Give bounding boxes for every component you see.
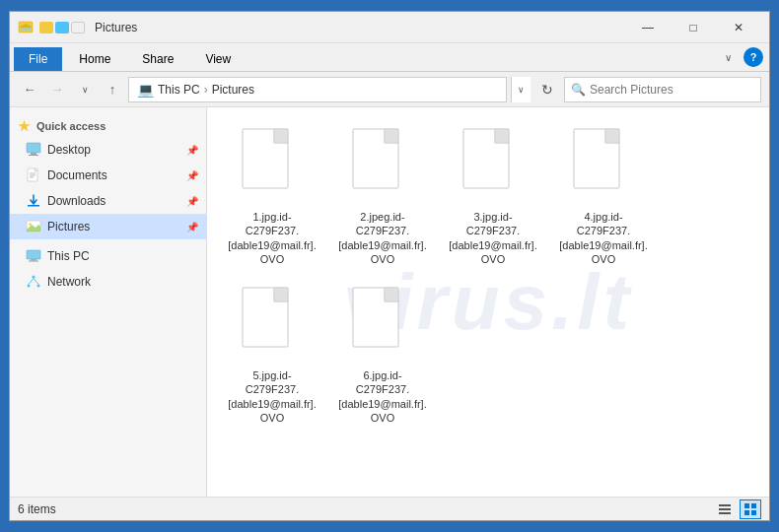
sidebar-item-this-pc[interactable]: This PC <box>10 243 206 269</box>
svg-rect-15 <box>27 250 40 259</box>
file-icon <box>348 286 417 365</box>
qa-icon-2[interactable] <box>55 22 69 33</box>
search-box[interactable]: 🔍 <box>564 77 761 102</box>
downloads-icon <box>26 193 41 209</box>
sidebar-item-network[interactable]: Network <box>10 269 206 295</box>
up-button[interactable]: ↑ <box>101 78 124 101</box>
file-name: 5.jpg.id-C279F237.[dable19@mail.fr].OVO <box>227 368 318 425</box>
ribbon-right-controls: ∨ ? <box>716 45 769 69</box>
sidebar-label-desktop: Desktop <box>47 143 91 157</box>
svg-rect-37 <box>274 288 288 301</box>
svg-rect-47 <box>751 510 756 515</box>
tab-share[interactable]: Share <box>127 47 188 71</box>
files-grid: 1.jpg.id-C279F237.[dable19@mail.fr].OVO … <box>223 123 753 429</box>
documents-icon <box>26 167 41 183</box>
ribbon-chevron[interactable]: ∨ <box>716 45 740 69</box>
search-input[interactable] <box>590 83 754 97</box>
svg-rect-45 <box>751 503 756 508</box>
file-name: 3.jpg.id-C279F237.[dable19@mail.fr].OVO <box>448 210 538 266</box>
file-item[interactable]: 4.jpg.id-C279F237.[dable19@mail.fr].OVO <box>554 123 653 270</box>
help-button[interactable]: ? <box>744 47 763 67</box>
svg-rect-25 <box>274 129 288 143</box>
file-icon <box>459 127 528 206</box>
sidebar-label-documents: Documents <box>47 168 107 182</box>
path-dropdown-button[interactable]: ∨ <box>511 77 531 102</box>
tab-file[interactable]: File <box>14 47 62 71</box>
network-icon <box>26 274 41 290</box>
title-bar: Pictures — □ ✕ <box>10 12 769 43</box>
svg-point-13 <box>29 223 31 225</box>
sidebar-label-this-pc: This PC <box>47 249 90 263</box>
title-bar-left: Pictures <box>18 20 625 35</box>
svg-line-21 <box>29 279 34 285</box>
sidebar-item-downloads[interactable]: Downloads 📌 <box>10 188 206 214</box>
maximize-button[interactable]: □ <box>671 12 716 43</box>
sidebar-item-documents[interactable]: Documents 📌 <box>10 163 206 188</box>
svg-point-18 <box>33 276 35 279</box>
file-icon <box>238 286 307 365</box>
quick-access-star-icon: ★ <box>18 118 31 134</box>
dropdown-recent-button[interactable]: ∨ <box>73 78 97 101</box>
window-title: Pictures <box>95 21 137 34</box>
main-area: ★ Quick access Desktop 📌 <box>10 107 769 497</box>
file-item[interactable]: 6.jpg.id-C279F237.[dable19@mail.fr].OVO <box>333 282 432 429</box>
address-bar: ← → ∨ ↑ 💻 This PC › Pictures ∨ ↻ 🔍 <box>10 72 769 107</box>
address-path[interactable]: 💻 This PC › Pictures <box>128 77 507 102</box>
file-icon <box>238 127 307 206</box>
back-button[interactable]: ← <box>18 78 41 101</box>
svg-rect-16 <box>31 259 36 261</box>
file-icon <box>348 127 417 206</box>
file-area: virus.lt 1.jpg.id-C279F237.[dable19@mail… <box>207 107 769 497</box>
file-item[interactable]: 3.jpg.id-C279F237.[dable19@mail.fr].OVO <box>444 123 542 270</box>
svg-rect-17 <box>29 261 38 262</box>
desktop-icon <box>26 142 41 158</box>
pin-icon-pictures: 📌 <box>186 222 198 233</box>
svg-point-20 <box>37 285 40 288</box>
window-icon <box>18 20 34 35</box>
sidebar-label-network: Network <box>47 275 91 289</box>
explorer-window: Pictures — □ ✕ File Home Share View ∨ ? … <box>9 11 770 521</box>
tab-home[interactable]: Home <box>64 47 125 71</box>
svg-rect-41 <box>719 504 731 506</box>
svg-rect-11 <box>28 205 39 207</box>
qa-icon-1[interactable] <box>39 22 53 33</box>
svg-rect-3 <box>27 143 40 153</box>
sidebar-label-pictures: Pictures <box>47 220 90 233</box>
qa-icon-3[interactable] <box>71 22 85 33</box>
tab-view[interactable]: View <box>190 47 246 71</box>
window-controls: — □ ✕ <box>625 12 761 43</box>
svg-rect-44 <box>744 503 749 508</box>
file-item[interactable]: 1.jpg.id-C279F237.[dable19@mail.fr].OVO <box>223 123 321 270</box>
sidebar: ★ Quick access Desktop 📌 <box>10 107 207 497</box>
pin-icon-desktop: 📌 <box>186 145 198 156</box>
refresh-button[interactable]: ↻ <box>534 77 560 102</box>
pin-icon-documents: 📌 <box>186 170 198 181</box>
pin-icon-downloads: 📌 <box>186 196 198 207</box>
sidebar-item-desktop[interactable]: Desktop 📌 <box>10 137 206 163</box>
svg-rect-43 <box>719 512 731 514</box>
sidebar-item-pictures[interactable]: Pictures 📌 <box>10 214 206 239</box>
svg-line-22 <box>34 279 38 285</box>
svg-rect-28 <box>385 129 398 143</box>
file-item[interactable]: 2.jpeg.id-C279F237.[dable19@mail.fr].OVO <box>333 123 432 270</box>
status-bar: 6 items <box>10 497 769 520</box>
svg-rect-42 <box>719 508 731 510</box>
svg-rect-46 <box>744 510 749 515</box>
svg-point-19 <box>28 285 31 288</box>
list-view-button[interactable] <box>714 499 736 519</box>
path-pc-icon: 💻 <box>137 82 154 98</box>
svg-rect-5 <box>29 155 38 156</box>
file-name: 1.jpg.id-C279F237.[dable19@mail.fr].OVO <box>227 210 318 266</box>
ribbon-tabs: File Home Share View <box>10 43 251 71</box>
this-pc-icon <box>26 248 41 264</box>
path-pictures: Pictures <box>212 83 254 97</box>
grid-view-button[interactable] <box>740 499 761 519</box>
close-button[interactable]: ✕ <box>716 12 761 43</box>
file-name: 2.jpeg.id-C279F237.[dable19@mail.fr].OVO <box>337 210 428 266</box>
file-item[interactable]: 5.jpg.id-C279F237.[dable19@mail.fr].OVO <box>223 282 321 429</box>
pictures-icon <box>26 219 41 234</box>
svg-rect-31 <box>495 129 509 143</box>
minimize-button[interactable]: — <box>625 12 671 43</box>
view-controls <box>714 499 761 519</box>
forward-button[interactable]: → <box>45 78 69 101</box>
